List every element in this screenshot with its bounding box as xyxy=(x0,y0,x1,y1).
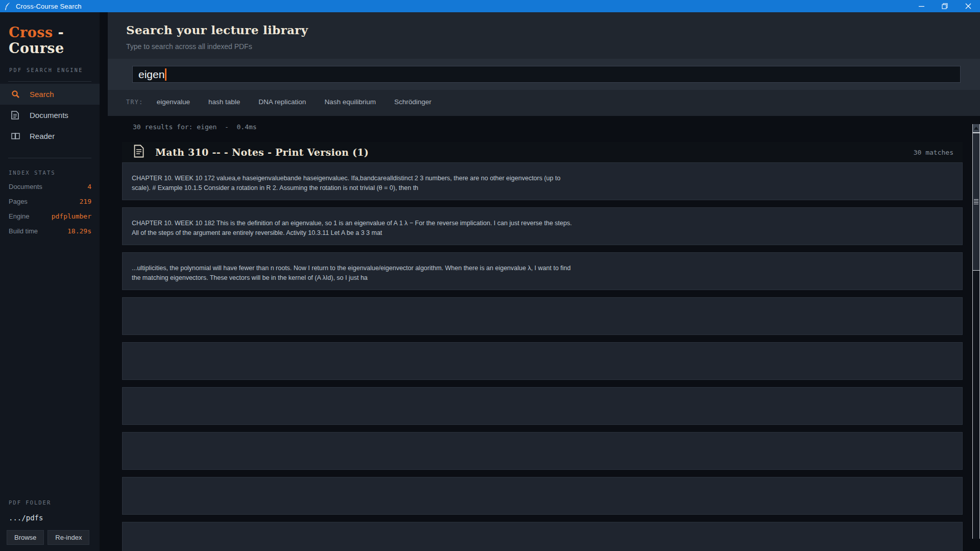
result-snippet[interactable]: CHAPTER 10. WEEK 10 182 This is the defi… xyxy=(122,207,963,245)
stat-label: Pages xyxy=(9,198,28,205)
suggestion-dna-replication[interactable]: DNA replication xyxy=(258,98,306,106)
sidebar-item-label: Documents xyxy=(30,111,68,119)
suggestion-schrodinger[interactable]: Schrödinger xyxy=(394,98,432,106)
main-area: Search your lecture library Type to sear… xyxy=(100,12,980,551)
page-title: Search your lecture library xyxy=(126,23,980,37)
stat-row-build-time: Build time 18.29s xyxy=(0,227,100,235)
restore-button[interactable] xyxy=(933,0,957,12)
snippet-text: CHAPTER 10. WEEK 10 172 valuea,e haseige… xyxy=(132,174,577,194)
browse-button[interactable]: Browse xyxy=(7,530,44,545)
title-bar: Cross-Course Search xyxy=(0,0,980,12)
scrollbar-thumb[interactable] xyxy=(973,133,979,271)
stat-label: Documents xyxy=(9,183,42,190)
sidebar: Cross -Course PDF SEARCH ENGINE Search xyxy=(0,12,100,551)
stat-row-engine: Engine pdfplumber xyxy=(0,212,100,220)
search-input[interactable]: eigen xyxy=(132,66,961,83)
suggestions-row: TRY: eigenvalue hash table DNA replicati… xyxy=(108,90,980,116)
reindex-button[interactable]: Re-index xyxy=(47,530,89,545)
result-doc-icon xyxy=(134,145,144,160)
try-label: TRY: xyxy=(126,99,144,106)
match-count: 30 matches xyxy=(914,149,953,156)
suggestion-eigenvalue[interactable]: eigenvalue xyxy=(157,98,190,106)
pdf-folder-path: .../pdfs xyxy=(0,514,100,522)
stat-value: pdfplumber xyxy=(52,212,91,220)
sidebar-divider xyxy=(8,81,91,82)
minimize-button[interactable] xyxy=(910,0,933,12)
book-icon xyxy=(11,132,20,140)
stat-row-pages: Pages 219 xyxy=(0,198,100,205)
suggestion-hash-table[interactable]: hash table xyxy=(208,98,240,106)
pdf-folder-heading: PDF FOLDER xyxy=(0,499,100,506)
result-snippet-empty[interactable] xyxy=(122,342,963,380)
result-group-header[interactable]: Math 310 -- - Notes - Print Version (1) … xyxy=(122,142,963,162)
result-snippet-empty[interactable] xyxy=(122,522,963,551)
search-band: eigen xyxy=(108,59,980,90)
snippet-text: ...ultiplicities, the polynomial will ha… xyxy=(132,263,577,283)
snippet-text: CHAPTER 10. WEEK 10 182 This is the defi… xyxy=(132,219,577,238)
search-query-text: eigen xyxy=(138,68,164,81)
sidebar-item-label: Search xyxy=(30,90,54,99)
sidebar-divider xyxy=(8,158,91,158)
app-window: Cross-Course Search Cross -Course PDF SE… xyxy=(0,0,980,551)
result-snippet-empty[interactable] xyxy=(122,477,963,515)
sidebar-item-label: Reader xyxy=(30,132,55,140)
app-logo: Cross -Course xyxy=(0,12,100,56)
index-stats-heading: INDEX STATS xyxy=(0,170,100,176)
sidebar-item-documents[interactable]: Documents xyxy=(0,105,100,126)
result-snippet-empty[interactable] xyxy=(122,432,963,470)
result-snippet-empty[interactable] xyxy=(122,297,963,335)
stat-value: 18.29s xyxy=(67,227,91,235)
stat-label: Build time xyxy=(9,227,38,235)
stat-label: Engine xyxy=(9,212,29,220)
results-list: Math 310 -- - Notes - Print Version (1) … xyxy=(122,142,963,551)
window-title: Cross-Course Search xyxy=(16,3,82,10)
result-snippet[interactable]: ...ultiplicities, the polynomial will ha… xyxy=(122,252,963,290)
scrollbar-grip xyxy=(974,198,978,205)
result-snippet[interactable]: CHAPTER 10. WEEK 10 172 valuea,e haseige… xyxy=(122,162,963,200)
sidebar-item-search[interactable]: Search xyxy=(0,84,100,105)
page-subtitle: Type to search across all indexed PDFs xyxy=(126,42,980,51)
vertical-scrollbar[interactable] xyxy=(972,124,980,539)
stat-row-documents: Documents 4 xyxy=(0,183,100,190)
feather-app-icon xyxy=(4,2,11,10)
sidebar-item-reader[interactable]: Reader xyxy=(0,126,100,147)
result-snippet-empty[interactable] xyxy=(122,387,963,425)
search-header: Search your lecture library Type to sear… xyxy=(108,12,980,116)
result-doc-title: Math 310 -- - Notes - Print Version (1) xyxy=(155,147,369,158)
stat-value: 219 xyxy=(80,198,91,205)
app-tagline: PDF SEARCH ENGINE xyxy=(0,56,100,73)
close-button[interactable] xyxy=(957,0,980,12)
text-caret xyxy=(165,68,166,81)
document-icon xyxy=(11,111,20,119)
suggestion-nash-equilibrium[interactable]: Nash equilibrium xyxy=(324,98,376,106)
search-icon xyxy=(11,90,20,99)
results-status: 30 results for: eigen - 0.4ms xyxy=(133,123,980,131)
scroll-up-button[interactable] xyxy=(973,124,979,133)
stat-value: 4 xyxy=(87,183,91,190)
